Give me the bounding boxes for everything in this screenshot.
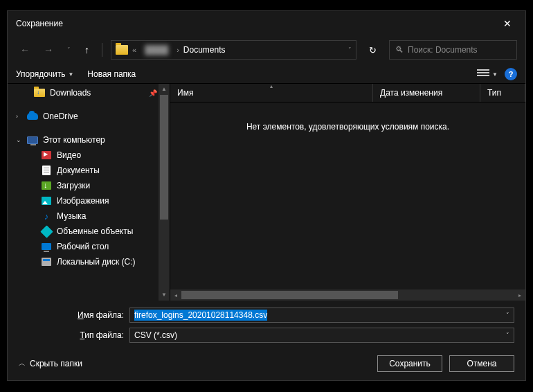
hide-folders-label: Скрыть папки: [30, 359, 82, 368]
search-icon: 🔍︎: [395, 45, 404, 55]
sidebar-item-label: Объемные объекты: [57, 226, 133, 236]
breadcrumb-sep: «: [132, 46, 136, 54]
refresh-icon[interactable]: ↻: [362, 45, 383, 55]
search-placeholder: Поиск: Documents: [408, 45, 478, 55]
nav-up-icon[interactable]: ↑: [80, 42, 93, 58]
sidebar-item-thispc[interactable]: ⌄ Этот компьютер: [8, 132, 170, 148]
sidebar-item-music[interactable]: ♪ Музыка: [8, 208, 170, 224]
filetype-label: Тип файла:: [19, 330, 129, 340]
titlebar: Сохранение ✕: [8, 11, 525, 36]
chevron-up-icon: ︿: [19, 359, 26, 368]
sidebar-item-documents[interactable]: Документы: [8, 163, 170, 178]
horizontal-scrollbar[interactable]: ◂ ▸: [170, 289, 525, 301]
view-icon: [477, 69, 489, 79]
scroll-thumb[interactable]: [181, 291, 398, 299]
cancel-label: Отмена: [467, 359, 496, 368]
file-list-area: ▴ Имя Дата изменения Тип Нет элементов, …: [170, 84, 525, 301]
pin-icon: 📌: [149, 89, 157, 97]
filetype-select[interactable]: CSV (*.csv) ˅: [129, 328, 514, 343]
chevron-down-icon[interactable]: ˅: [506, 332, 509, 339]
cancel-button[interactable]: Отмена: [449, 355, 514, 372]
video-icon: [42, 151, 51, 159]
scroll-left-icon[interactable]: ◂: [170, 292, 181, 299]
sidebar-item-downloads[interactable]: Downloads 📌: [8, 85, 170, 100]
nav-back-icon[interactable]: ←: [16, 42, 34, 58]
save-dialog: Сохранение ✕ ← → ˅ ↑ « ████ › Documents …: [7, 10, 526, 381]
dialog-title: Сохранение: [16, 19, 63, 28]
close-button[interactable]: ✕: [498, 17, 517, 30]
folder-icon: [34, 89, 45, 97]
help-icon[interactable]: ?: [505, 68, 517, 80]
image-icon: [42, 197, 51, 205]
navbar: ← → ˅ ↑ « ████ › Documents ˅ ↻ 🔍︎ Поиск:…: [8, 36, 525, 64]
chevron-down-icon[interactable]: ˅: [506, 312, 509, 319]
breadcrumb[interactable]: « ████ › Documents ˅: [111, 40, 356, 60]
sidebar-item-label: Видео: [57, 150, 81, 160]
hide-folders-button[interactable]: ︿ Скрыть папки: [19, 359, 82, 368]
sidebar-item-images[interactable]: Изображения: [8, 193, 170, 208]
sidebar-item-label: Изображения: [57, 196, 109, 206]
breadcrumb-parent[interactable]: ████: [141, 45, 172, 55]
sidebar-item-label: Downloads: [50, 88, 91, 98]
filename-input[interactable]: firefox_logins_20201028114348.csv ˅: [129, 308, 514, 323]
save-button[interactable]: Сохранить: [377, 355, 442, 372]
breadcrumb-current[interactable]: Documents: [183, 45, 226, 55]
new-folder-label: Новая папка: [87, 69, 136, 79]
sidebar-item-onedrive[interactable]: › OneDrive: [8, 109, 170, 124]
column-label: Дата изменения: [380, 88, 442, 98]
sidebar-item-video[interactable]: Видео: [8, 148, 170, 163]
sidebar-item-label: Документы: [57, 166, 100, 175]
sidebar-item-label: Этот компьютер: [43, 135, 105, 145]
column-label: Тип: [487, 88, 501, 98]
filename-label: Имя файла:: [19, 310, 129, 320]
folder-icon: [116, 45, 128, 55]
nav-recent-dropdown[interactable]: ˅: [63, 44, 75, 56]
empty-message: Нет элементов, удовлетворяющих условиям …: [170, 122, 525, 132]
scroll-up-icon[interactable]: ▲: [159, 84, 170, 95]
dialog-body: Downloads 📌 › OneDrive ⌄ Этот компьютер …: [8, 84, 525, 301]
cube-icon: [40, 225, 53, 238]
chevron-down-icon: ▼: [492, 71, 498, 78]
sidebar-item-downloads2[interactable]: Загрузки: [8, 178, 170, 193]
view-button[interactable]: ▼: [477, 69, 498, 79]
filetype-value: CSV (*.csv): [134, 330, 177, 340]
document-icon: [42, 166, 51, 175]
music-icon: ♪: [41, 211, 52, 221]
collapse-icon[interactable]: ⌄: [16, 136, 21, 143]
organize-label: Упорядочить: [16, 69, 65, 79]
column-type[interactable]: Тип: [480, 84, 525, 102]
organize-button[interactable]: Упорядочить ▼: [16, 69, 73, 79]
new-folder-button[interactable]: Новая папка: [87, 69, 136, 79]
sidebar-item-label: Музыка: [57, 211, 86, 221]
toolbar: Упорядочить ▼ Новая папка ▼ ?: [8, 64, 525, 84]
scroll-right-icon[interactable]: ▸: [514, 292, 525, 299]
sidebar: Downloads 📌 › OneDrive ⌄ Этот компьютер …: [8, 84, 170, 301]
sidebar-scrollbar[interactable]: ▲ ▼: [159, 84, 170, 301]
column-headers: ▴ Имя Дата изменения Тип: [170, 84, 525, 103]
sidebar-item-label: OneDrive: [43, 112, 78, 121]
disk-icon: [42, 258, 51, 266]
dialog-footer: Имя файла: firefox_logins_20201028114348…: [8, 301, 525, 380]
save-label: Сохранить: [389, 359, 431, 368]
search-input[interactable]: 🔍︎ Поиск: Documents: [389, 40, 517, 60]
sidebar-item-label: Загрузки: [57, 181, 90, 190]
expand-icon[interactable]: ›: [16, 113, 18, 120]
nav-forward-icon[interactable]: →: [39, 42, 57, 58]
column-label: Имя: [177, 88, 193, 98]
sidebar-item-desktop[interactable]: Рабочий стол: [8, 239, 170, 254]
download-icon: [42, 181, 51, 190]
sidebar-item-label: Локальный диск (C:): [57, 257, 136, 267]
sidebar-item-localdisk[interactable]: Локальный диск (C:): [8, 254, 170, 269]
pc-icon: [27, 136, 38, 144]
breadcrumb-dropdown-icon[interactable]: ˅: [348, 46, 352, 53]
desktop-icon: [42, 243, 51, 250]
column-name[interactable]: ▴ Имя: [170, 84, 373, 102]
divider: [102, 43, 102, 57]
column-date[interactable]: Дата изменения: [373, 84, 480, 102]
scroll-down-icon[interactable]: ▼: [159, 289, 170, 301]
sort-indicator-icon: ▴: [270, 83, 273, 89]
sidebar-item-label: Рабочий стол: [57, 242, 109, 251]
chevron-down-icon: ▼: [68, 71, 73, 78]
scroll-thumb[interactable]: [160, 95, 168, 220]
sidebar-item-3dobjects[interactable]: Объемные объекты: [8, 224, 170, 239]
